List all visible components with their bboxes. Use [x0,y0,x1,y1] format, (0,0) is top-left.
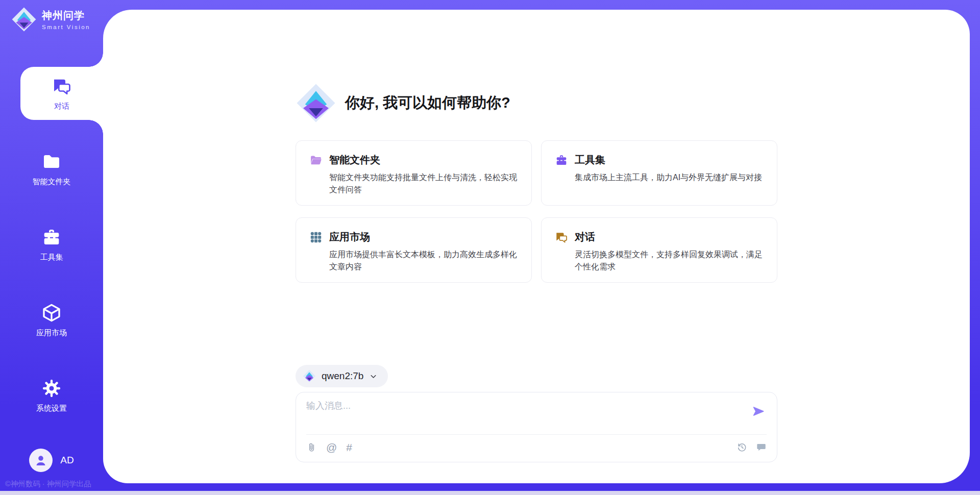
chat-bubbles-icon [555,231,568,244]
composer-toolbar: @ # [306,435,767,459]
sidebar-footer-text: ©神州数码 · 神州问学出品 [5,479,102,489]
greeting-row: 你好, 我可以如何帮助你? [296,83,777,123]
tab-fillet-top [89,53,103,67]
greeting-text: 你好, 我可以如何帮助你? [345,93,510,113]
history-button[interactable] [737,442,747,453]
model-name: qwen2:7b [322,370,363,382]
sidebar-item-settings[interactable]: 系统设置 [0,369,103,422]
chat-bubbles-icon [51,76,72,97]
sidebar-item-chat[interactable]: 对话 [20,67,103,120]
message-input[interactable] [306,400,745,428]
message-bubble-icon [756,442,767,453]
briefcase-icon [41,227,62,248]
sidebar-item-label: 智能文件夹 [33,177,71,187]
sidebar-item-label: 系统设置 [36,404,67,413]
card-description: 智能文件夹功能支持批量文件上传与清洗，轻松实现文件问答 [329,171,518,196]
chevron-down-icon [369,372,378,381]
briefcase-icon [555,154,568,167]
folder-icon [41,151,62,172]
card-description: 应用市场提供丰富长文本模板，助力高效生成多样化文章内容 [329,249,518,273]
at-icon: @ [326,442,337,453]
model-diamond-icon [303,369,316,383]
card-title: 对话 [575,230,595,244]
card-title: 应用市场 [329,230,370,244]
tab-fillet-bottom [89,120,103,134]
sidebar-item-label: 应用市场 [36,328,67,338]
card-description: 灵活切换多模型文件，支持多样回复效果调试，满足个性化需求 [575,249,764,273]
bottom-edge-strip [0,491,980,495]
card-title: 智能文件夹 [329,153,380,167]
sidebar-item-toolbox[interactable]: 工具集 [0,218,103,271]
sidebar-item-label: 对话 [54,102,69,111]
app-root: 神州问学 Smart Vision 对话 智能文件夹 [0,0,980,495]
cube-icon [41,302,62,324]
sidebar: 神州问学 Smart Vision 对话 智能文件夹 [0,0,103,495]
greeting-diamond-icon [296,83,336,123]
hashtag-button[interactable]: # [346,442,352,453]
flex-spacer [296,283,777,365]
message-composer: @ # [296,392,777,462]
main-panel: 你好, 我可以如何帮助你? 智能文件夹 智能文件夹功能支持批量文件上传与清洗，轻… [103,10,970,483]
send-icon [752,405,765,418]
card-title: 工具集 [575,153,605,167]
sidebar-item-smart-folder[interactable]: 智能文件夹 [0,142,103,195]
model-selector[interactable]: qwen2:7b [296,365,388,387]
paperclip-icon [306,442,317,453]
app-grid-icon [309,231,323,244]
feature-cards: 智能文件夹 智能文件夹功能支持批量文件上传与清洗，轻松实现文件问答 [296,140,777,283]
sidebar-item-app-market[interactable]: 应用市场 [0,293,103,346]
gear-icon [41,378,62,399]
chat-log-button[interactable] [756,442,767,453]
sidebar-nav: 对话 智能文件夹 工具集 [0,67,103,444]
card-description: 集成市场上主流工具，助力AI与外界无缝扩展与对接 [575,171,764,184]
sidebar-item-label: 工具集 [40,253,63,262]
feature-card-toolbox[interactable]: 工具集 集成市场上主流工具，助力AI与外界无缝扩展与对接 [541,140,777,206]
user-account[interactable]: AD [0,449,103,472]
brand-logo: 神州问学 Smart Vision [11,7,90,32]
feature-card-app-market[interactable]: 应用市场 应用市场提供丰富长文本模板，助力高效生成多样化文章内容 [296,217,532,283]
user-name: AD [60,455,74,466]
folder-open-icon [309,154,323,167]
attach-file-button[interactable] [306,442,317,453]
mention-button[interactable]: @ [326,442,337,453]
history-icon [737,442,747,453]
brand-title: 神州问学 [42,9,90,22]
avatar [29,449,53,472]
send-button[interactable] [751,405,766,419]
main-content: 你好, 我可以如何帮助你? 智能文件夹 智能文件夹功能支持批量文件上传与清洗，轻… [296,10,777,483]
feature-card-chat[interactable]: 对话 灵活切换多模型文件，支持多样回复效果调试，满足个性化需求 [541,217,777,283]
hash-icon: # [346,442,352,453]
feature-card-smart-folder[interactable]: 智能文件夹 智能文件夹功能支持批量文件上传与清洗，轻松实现文件问答 [296,140,532,206]
brand-diamond-icon [11,7,37,32]
brand-subtitle: Smart Vision [42,24,90,30]
